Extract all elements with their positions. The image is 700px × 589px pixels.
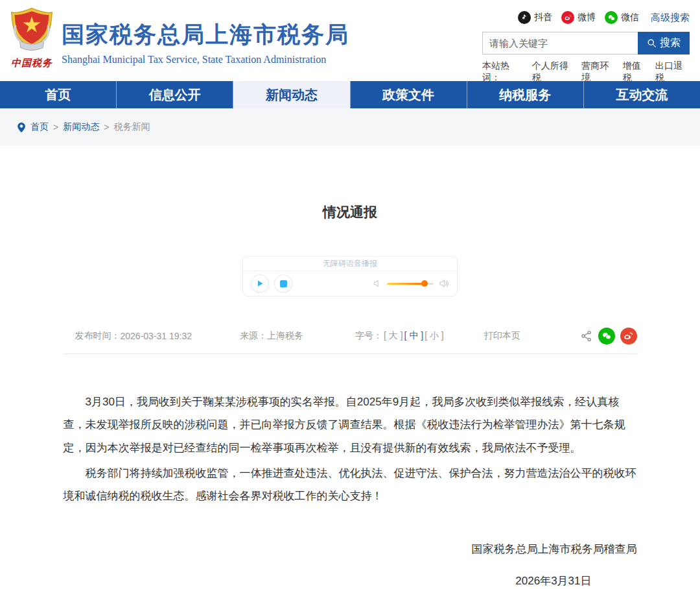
share-group <box>580 328 637 344</box>
audio-player-controls <box>243 271 457 296</box>
volume-handle[interactable] <box>421 280 428 287</box>
hot-word-link[interactable]: 增值税 <box>623 60 649 84</box>
share-wechat-button[interactable] <box>598 328 615 344</box>
article-title: 情况通报 <box>64 203 637 221</box>
volume-slider[interactable] <box>387 283 434 285</box>
search-icon <box>647 38 657 48</box>
site-logo: 中国税务 <box>5 5 58 69</box>
publish-time-label: 发布时间： <box>75 330 121 342</box>
article-content: 情况通报 无障碍语音播报 <box>64 203 637 588</box>
douyin-label: 抖音 <box>534 12 552 23</box>
weibo-label: 微博 <box>578 12 596 23</box>
volume-high-icon <box>439 278 449 289</box>
breadcrumb-home[interactable]: 首页 <box>30 121 49 133</box>
search-bar: 搜索 <box>482 32 690 54</box>
nav-item-info-disclosure[interactable]: 信息公开 <box>117 81 233 108</box>
nav-item-policy[interactable]: 政策文件 <box>351 81 467 108</box>
publish-time: 发布时间： 2026-03-31 19:32 <box>75 330 192 342</box>
breadcrumb-news[interactable]: 新闻动态 <box>63 121 99 133</box>
site-title-block: 国家税务总局上海市税务局 Shanghai Municipal Tax Serv… <box>62 19 349 66</box>
volume-group <box>373 278 449 289</box>
search-input[interactable] <box>482 32 638 54</box>
article-meta: 发布时间： 2026-03-31 19:32 来源： 上海税务 字号： [ 大 … <box>64 328 637 354</box>
social-row: 抖音 微博 微信 高级搜索 <box>482 9 690 26</box>
site-header: 中国税务 国家税务总局上海市税务局 Shanghai Municipal Tax… <box>0 0 700 81</box>
print-page-button[interactable]: 打印本页 <box>484 330 520 342</box>
article-paragraph: 3月30日，我局收到关于鞠某某涉税事项的实名举报。自2025年9月起，我局多次收… <box>64 391 637 459</box>
hot-word-link[interactable]: 个人所得税 <box>532 60 576 84</box>
wechat-link[interactable]: 微信 <box>605 11 639 24</box>
nav-item-interaction[interactable]: 互动交流 <box>584 81 700 108</box>
douyin-icon <box>518 11 531 24</box>
source-value: 上海税务 <box>267 330 303 342</box>
play-button[interactable] <box>251 274 269 293</box>
search-button-label: 搜索 <box>660 36 681 50</box>
weibo-icon <box>561 11 574 24</box>
hot-words-label: 本站热词： <box>482 60 526 84</box>
hot-word-link[interactable]: 营商环境 <box>581 60 616 84</box>
audio-player-title: 无障碍语音播报 <box>243 257 457 271</box>
nav-item-tax-service[interactable]: 纳税服务 <box>467 81 584 108</box>
font-size-medium-button[interactable]: [ 中 ] <box>404 330 424 342</box>
share-weibo-button[interactable] <box>620 328 637 344</box>
weibo-link[interactable]: 微博 <box>561 11 596 24</box>
breadcrumb-current: 税务新闻 <box>113 121 150 133</box>
breadcrumb-separator: > <box>53 122 58 132</box>
hot-words-row: 本站热词： 个人所得税 营商环境 增值税 出口退税 <box>482 60 690 84</box>
nav-item-news[interactable]: 新闻动态 <box>233 81 350 108</box>
weibo-share-icon <box>623 331 634 342</box>
play-icon <box>256 280 264 287</box>
douyin-link[interactable]: 抖音 <box>518 11 552 24</box>
search-button[interactable]: 搜索 <box>638 32 690 54</box>
font-size-label: 字号： <box>355 330 382 342</box>
source-label: 来源： <box>240 330 267 342</box>
wechat-label: 微信 <box>621 12 639 23</box>
breadcrumb-bar: 首页 > 新闻动态 > 税务新闻 <box>0 108 700 146</box>
volume-low-icon <box>373 279 382 288</box>
wechat-share-icon <box>601 331 612 341</box>
location-pin-icon <box>17 122 26 133</box>
site-title: 国家税务总局上海市税务局 <box>62 19 349 50</box>
tax-emblem-icon <box>6 5 57 56</box>
header-right: 抖音 微博 微信 高级搜索 <box>482 9 690 84</box>
site-subtitle: Shanghai Municipal Tax Service, State Ta… <box>62 54 349 66</box>
publish-time-value: 2026-03-31 19:32 <box>121 331 192 341</box>
logo-caption: 中国税务 <box>5 57 58 69</box>
wechat-icon <box>605 11 618 24</box>
article-signature: 国家税务总局上海市税务局稽查局 <box>64 542 637 557</box>
article-paragraph: 税务部门将持续加强税收监管，一体推进查处违法、优化执法、促进守法、保护合法，努力… <box>64 462 637 508</box>
advanced-search-link[interactable]: 高级搜索 <box>651 12 690 24</box>
article-body: 3月30日，我局收到关于鞠某某涉税事项的实名举报。自2025年9月起，我局多次收… <box>64 391 637 508</box>
hot-word-link[interactable]: 出口退税 <box>655 60 690 84</box>
stop-icon <box>280 280 287 287</box>
nav-item-home[interactable]: 首页 <box>0 81 117 108</box>
article-source: 来源： 上海税务 <box>240 330 303 342</box>
font-size-control: 字号： [ 大 ] [ 中 ] [ 小 ] <box>355 330 444 342</box>
breadcrumb: 首页 > 新闻动态 > 税务新闻 <box>17 121 150 133</box>
volume-fill <box>387 283 425 285</box>
font-size-large-button[interactable]: [ 大 ] <box>384 330 403 342</box>
audio-player: 无障碍语音播报 <box>242 256 458 296</box>
stop-button[interactable] <box>274 274 292 293</box>
breadcrumb-separator: > <box>104 122 109 132</box>
article-date: 2026年3月31日 <box>64 573 637 588</box>
font-size-small-button[interactable]: [ 小 ] <box>425 330 444 342</box>
share-icon[interactable] <box>580 330 593 343</box>
main-nav: 首页 信息公开 新闻动态 政策文件 纳税服务 互动交流 <box>0 81 700 108</box>
